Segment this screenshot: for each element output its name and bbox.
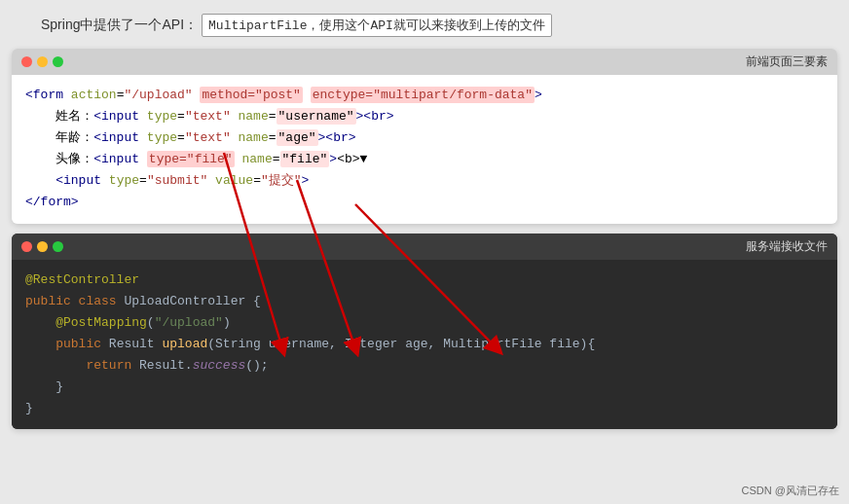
java-window-title: 服务端接收文件 <box>746 238 828 255</box>
api-highlight: MultipartFile，使用这个API就可以来接收到上传的文件 <box>202 14 552 37</box>
window-dots-bottom <box>21 241 63 252</box>
html-titlebar: 前端页面三要素 <box>12 49 837 75</box>
main-container: Spring中提供了一个API： MultipartFile，使用这个API就可… <box>0 0 849 504</box>
java-line-6: } <box>25 377 824 398</box>
dot-green-top <box>53 56 63 67</box>
intro-text1: Spring中提供了一个API： <box>41 17 198 34</box>
java-line-4: public Result upload(String username, In… <box>25 334 824 355</box>
html-line-6: </form> <box>25 192 824 213</box>
html-form-window: 前端页面三要素 <form action="/upload" method="p… <box>12 49 837 224</box>
java-code-body: @RestController public class UploadContr… <box>12 260 837 430</box>
html-code-body: <form action="/upload" method="post" enc… <box>12 75 837 224</box>
java-line-7: } <box>25 398 824 419</box>
intro-line: Spring中提供了一个API： MultipartFile，使用这个API就可… <box>12 10 837 39</box>
watermark: CSDN @风清已存在 <box>742 484 839 498</box>
dot-yellow-bottom <box>37 241 48 252</box>
java-line-5: return Result.success(); <box>25 355 824 377</box>
html-line-5: <input type="submit" value="提交"> <box>25 170 824 192</box>
html-line-2: 姓名：<input type="text" name="username"><b… <box>25 106 824 127</box>
dot-yellow-top <box>37 56 48 67</box>
java-titlebar: 服务端接收文件 <box>12 234 837 260</box>
dot-green-bottom <box>53 241 63 252</box>
java-line-1: @RestController <box>25 270 824 291</box>
api-name: MultipartFile，使用这个API就可以来接收到上传的文件 <box>208 18 545 33</box>
html-line-1: <form action="/upload" method="post" enc… <box>25 85 824 106</box>
html-window-title: 前端页面三要素 <box>746 54 828 70</box>
java-code-window: 服务端接收文件 @RestController public class Upl… <box>12 234 837 430</box>
java-line-2: public class UploadController { <box>25 291 824 312</box>
dot-red-top <box>21 56 32 67</box>
html-line-3: 年龄：<input type="text" name="age"><br> <box>25 127 824 149</box>
html-line-4: 头像：<input type="file" name="file"><b>▼ <box>25 149 824 170</box>
dot-red-bottom <box>21 241 32 252</box>
window-dots-top <box>21 56 63 67</box>
java-line-3: @PostMapping("/upload") <box>25 312 824 334</box>
